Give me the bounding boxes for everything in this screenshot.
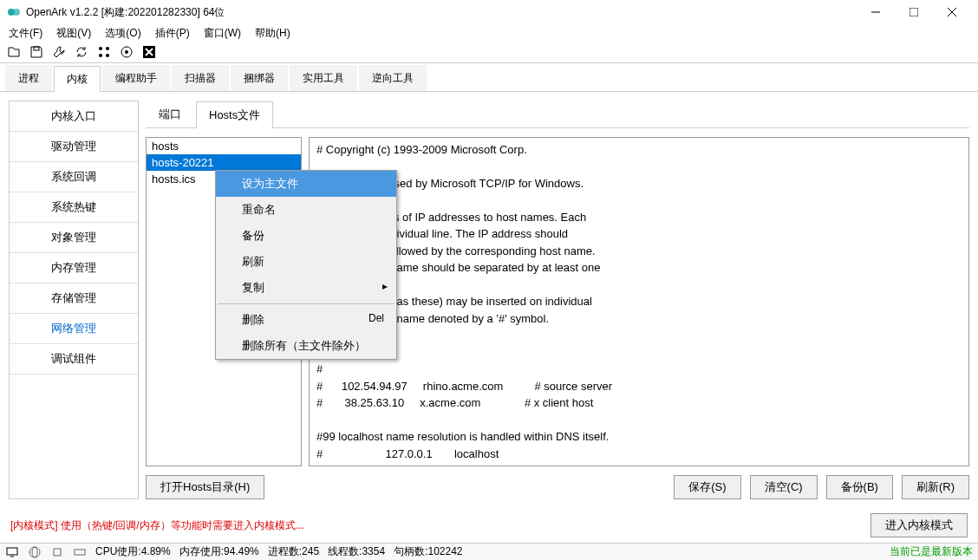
main-tab[interactable]: 进程 <box>5 65 52 91</box>
main-tab[interactable]: 内核 <box>54 66 101 92</box>
svg-point-10 <box>106 54 109 57</box>
kernel-mode-warning: [内核模式] 使用（热键/回调/内存）等功能时需要进入内核模式... <box>10 518 304 533</box>
main-tabs: 进程内核编程助手扫描器捆绑器实用工具逆向工具 <box>0 65 978 92</box>
status-proc: 进程数:245 <box>268 544 319 559</box>
globe-icon <box>28 545 42 559</box>
svg-point-18 <box>29 547 40 557</box>
sidebar-item[interactable]: 系统回调 <box>10 162 138 192</box>
sidebar-item[interactable]: 对象管理 <box>10 223 138 253</box>
context-menu-item[interactable]: 删除所有（主文件除外） <box>216 333 396 359</box>
sub-tab[interactable]: Hosts文件 <box>196 101 273 128</box>
svg-rect-6 <box>34 47 39 50</box>
context-menu-item[interactable]: 重命名 <box>216 197 396 223</box>
context-menu-separator <box>218 303 394 304</box>
status-mem: 内存使用:94.49% <box>179 544 259 559</box>
titlebar: OpenArk v1.2.2 [构建:202201282330] 64位 <box>0 0 978 24</box>
svg-rect-16 <box>7 548 17 555</box>
sidebar-item[interactable]: 网络管理 <box>10 314 138 344</box>
sidebar-item[interactable]: 内存管理 <box>10 253 138 283</box>
context-menu-item[interactable]: 刷新 <box>216 249 396 275</box>
grid-icon[interactable] <box>97 45 111 59</box>
window-title: OpenArk v1.2.2 [构建:202201282330] 64位 <box>26 5 857 20</box>
sidebar-item[interactable]: 驱动管理 <box>10 132 138 162</box>
menu-item[interactable]: 视图(V) <box>51 24 96 42</box>
svg-rect-3 <box>910 8 918 16</box>
sidebar-item[interactable]: 存储管理 <box>10 283 138 314</box>
app-logo-icon <box>7 5 21 19</box>
open-hosts-dir-button[interactable]: 打开Hosts目录(H) <box>146 475 264 499</box>
target-icon[interactable] <box>120 45 134 59</box>
file-list-item[interactable]: hosts-20221 <box>147 154 301 171</box>
refresh-icon[interactable] <box>75 45 88 59</box>
svg-point-1 <box>13 9 20 16</box>
main-tab[interactable]: 扫描器 <box>172 65 229 91</box>
file-list-item[interactable]: hosts <box>147 138 301 154</box>
backup-button[interactable]: 备份(B) <box>826 475 893 499</box>
sub-tabs: 端口Hosts文件 <box>146 101 969 128</box>
svg-point-12 <box>125 50 128 54</box>
open-icon[interactable] <box>7 45 21 59</box>
stop-icon[interactable] <box>142 45 156 59</box>
save-button[interactable]: 保存(S) <box>674 475 740 499</box>
menu-item[interactable]: 帮助(H) <box>250 24 296 42</box>
menu-item[interactable]: 插件(P) <box>150 24 195 42</box>
statusbar: CPU使用:4.89% 内存使用:94.49% 进程数:245 线程数:3354… <box>0 543 978 560</box>
svg-rect-20 <box>54 549 61 556</box>
svg-point-9 <box>99 54 102 57</box>
menubar: 文件(F)视图(V)选项(O)插件(P)窗口(W)帮助(H) <box>0 24 978 42</box>
clear-button[interactable]: 清空(C) <box>750 475 818 499</box>
menu-item[interactable]: 文件(F) <box>3 24 48 42</box>
svg-point-7 <box>99 47 102 50</box>
chip-icon <box>50 545 64 559</box>
svg-point-8 <box>106 47 109 50</box>
close-button[interactable] <box>933 0 971 24</box>
context-menu-item[interactable]: 设为主文件 <box>216 171 396 197</box>
sidebar: 内核入口驱动管理系统回调系统热键对象管理内存管理存储管理网络管理调试组件 <box>9 101 139 500</box>
wrench-icon[interactable] <box>52 45 66 59</box>
main-tab[interactable]: 实用工具 <box>290 65 357 91</box>
main-tab[interactable]: 逆向工具 <box>359 65 427 91</box>
context-menu-item[interactable]: 备份 <box>216 223 396 249</box>
menu-item[interactable]: 窗口(W) <box>199 24 246 42</box>
hosts-content-view[interactable]: # Copyright (c) 1993-2009 Microsoft Corp… <box>309 137 969 467</box>
main-tab[interactable]: 编程助手 <box>102 65 170 91</box>
status-thread: 线程数:3354 <box>328 544 385 559</box>
main-tab[interactable]: 捆绑器 <box>231 65 288 91</box>
sub-tab[interactable]: 端口 <box>146 101 194 127</box>
menu-item[interactable]: 选项(O) <box>100 24 146 42</box>
svg-point-19 <box>32 547 37 557</box>
refresh-button[interactable]: 刷新(R) <box>902 475 969 499</box>
status-version: 当前已是最新版本 <box>890 544 973 559</box>
context-menu-item[interactable]: 删除Del <box>216 307 396 333</box>
svg-rect-21 <box>75 550 85 555</box>
toolbar <box>0 42 978 63</box>
sidebar-item[interactable]: 调试组件 <box>10 344 138 374</box>
memory-icon <box>73 545 87 559</box>
context-menu-item[interactable]: 复制▸ <box>216 275 396 301</box>
sidebar-item[interactable]: 系统热键 <box>10 192 138 223</box>
maximize-button[interactable] <box>895 0 933 24</box>
context-menu: 设为主文件重命名备份刷新复制▸删除Del删除所有（主文件除外） <box>215 170 397 360</box>
minimize-button[interactable] <box>857 0 895 24</box>
sidebar-item[interactable]: 内核入口 <box>10 101 138 132</box>
save-icon[interactable] <box>29 45 43 59</box>
enter-kernel-mode-button[interactable]: 进入内核模式 <box>870 513 968 537</box>
monitor-icon <box>5 545 19 559</box>
status-handle: 句柄数:102242 <box>394 544 462 559</box>
status-cpu: CPU使用:4.89% <box>95 544 171 559</box>
